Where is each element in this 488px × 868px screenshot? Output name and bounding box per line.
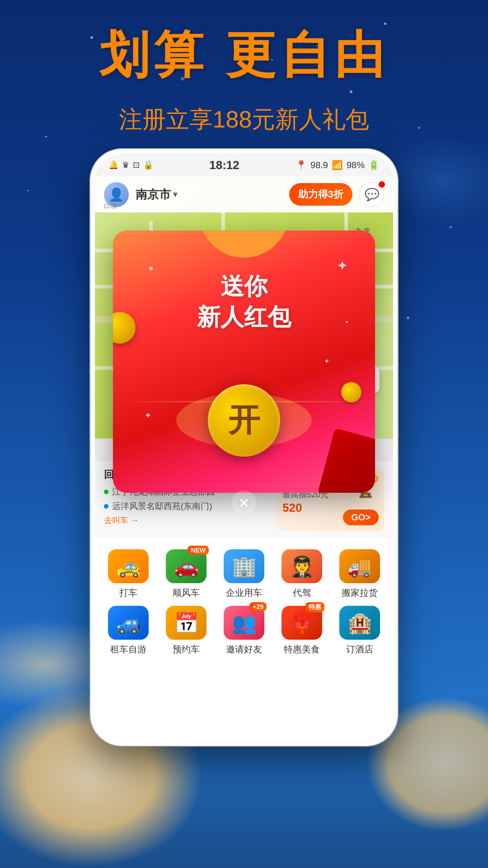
service-row-2: 🚙 租车自游 📅 预约车: [99, 606, 389, 656]
prize-amount: 520: [282, 501, 302, 515]
food-badge: 特惠: [305, 602, 324, 612]
carpool-icon-wrap: 🚗 NEW: [166, 549, 206, 583]
service-row-1: 🚕 打车 🚗 NEW 顺风车: [99, 549, 389, 599]
red-packet-arc: [199, 231, 289, 258]
lock-icon: 🔒: [143, 160, 153, 170]
phone-shell: 🔔 ♛ ⊡ 🔒 18:12 📍 98.9 📶 98% 🔋: [90, 149, 398, 746]
page-subtitle: 注册立享188元新人礼包: [0, 104, 488, 136]
signal-text: 98.9: [310, 160, 328, 170]
service-driver[interactable]: 🧑‍✈️ 代驾: [279, 549, 324, 599]
blue-dot: [104, 504, 108, 509]
move-label: 搬家拉货: [342, 587, 378, 599]
book-icon-wrap: 📅: [166, 606, 206, 640]
move-icon-wrap: 🚚: [339, 549, 380, 583]
background: 划算 更自由 注册立享188元新人礼包 🔔 ♛ ⊡ 🔒 18:12 📍 98.9: [0, 0, 488, 868]
service-food[interactable]: 🦞 特惠 特惠美食: [279, 606, 324, 656]
red-packet-flap: [318, 428, 375, 493]
food-label: 特惠美食: [284, 643, 320, 656]
service-invite[interactable]: 👥 +29 邀请好友: [221, 606, 267, 656]
biz-label: 企业用车: [226, 587, 262, 599]
battery-text: 98%: [347, 160, 365, 170]
phone-mockup: 🔔 ♛ ⊡ 🔒 18:12 📍 98.9 📶 98% 🔋: [90, 149, 398, 746]
invite-label: 邀请好友: [226, 643, 262, 656]
rent-icon-wrap: 🚙: [108, 606, 149, 640]
gold-ball-right: [341, 382, 361, 402]
location-icon: 📍: [296, 160, 307, 170]
book-icon: 📅: [166, 606, 206, 640]
hotel-label: 订酒店: [346, 643, 373, 656]
service-biz[interactable]: 🏢 企业用车: [221, 549, 267, 599]
red-packet-line1: 送你: [113, 271, 375, 302]
move-icon: 🚚: [339, 549, 380, 583]
invite-badge: +29: [249, 602, 267, 611]
page-title: 划算 更自由: [0, 27, 488, 82]
city-selector[interactable]: 南京市 ▾: [136, 187, 177, 203]
book-label: 预约车: [173, 643, 200, 656]
status-left: 🔔 ♛ ⊡ 🔒: [108, 160, 153, 170]
wifi-icon: 📶: [332, 160, 343, 170]
biz-icon-wrap: 🏢: [224, 549, 264, 583]
service-rent[interactable]: 🚙 租车自游: [106, 606, 151, 656]
hotel-icon-wrap: 🏨: [339, 606, 380, 640]
biz-icon: 🏢: [224, 549, 264, 583]
go-button[interactable]: GO>: [343, 509, 379, 525]
dest-item-2: 远洋风景名邸西苑(东南门): [104, 500, 239, 512]
red-packet-card: ✦ ✦ ✦ 送你 新人红包 开: [113, 231, 375, 493]
status-time: 18:12: [209, 158, 239, 172]
hotel-icon: 🏨: [339, 606, 380, 640]
red-packet-line2: 新人红包: [113, 302, 375, 333]
message-button[interactable]: 💬: [359, 182, 384, 207]
service-grid: 🚕 打车 🚗 NEW 顺风车: [95, 540, 393, 667]
taxi-label: 打车: [119, 587, 137, 599]
crown-icon: ♛: [122, 160, 129, 170]
red-packet-title: 送你 新人红包: [113, 271, 375, 332]
driver-icon: 🧑‍✈️: [282, 549, 322, 583]
service-book[interactable]: 📅 预约车: [164, 606, 209, 656]
taxi-icon: 🚕: [108, 549, 149, 583]
service-carpool[interactable]: 🚗 NEW 顺风车: [164, 549, 209, 599]
service-taxi[interactable]: 🚕 打车: [106, 549, 151, 599]
chevron-down-icon: ▾: [173, 189, 177, 199]
invite-icon-wrap: 👥 +29: [224, 606, 264, 640]
green-dot: [104, 490, 108, 494]
status-right: 📍 98.9 📶 98% 🔋: [296, 160, 380, 170]
phone-screen: 🔔 ♛ ⊡ 🔒 18:12 📍 98.9 📶 98% 🔋: [95, 154, 393, 741]
taxi-icon-wrap: 🚕: [108, 549, 149, 583]
notif-icon: 🔔: [108, 160, 118, 170]
status-bar: 🔔 ♛ ⊡ 🔒 18:12 📍 98.9 📶 98% 🔋: [95, 154, 393, 176]
promo-button[interactable]: 助力得3折: [289, 183, 352, 206]
service-move[interactable]: 🚚 搬家拉货: [337, 549, 382, 599]
new-badge: NEW: [188, 546, 209, 555]
rent-icon: 🚙: [108, 606, 149, 640]
map-header: 👤 白领 南京市 ▾ 助力得3折 💬: [95, 176, 393, 212]
rent-label: 租车自游: [110, 643, 146, 656]
screen-icon: ⊡: [133, 160, 140, 170]
go-to-car-link[interactable]: 去叫车 →: [104, 515, 239, 526]
close-popup-button[interactable]: ×: [232, 491, 257, 515]
driver-icon-wrap: 🧑‍✈️: [282, 549, 322, 583]
red-packet-popup[interactable]: ✦ ✦ ✦ 送你 新人红包 开: [113, 231, 375, 493]
driver-label: 代驾: [293, 587, 311, 599]
open-red-packet-button[interactable]: 开: [208, 384, 280, 457]
food-icon-wrap: 🦞 特惠: [282, 606, 322, 640]
notification-dot: [379, 181, 385, 188]
service-hotel[interactable]: 🏨 订酒店: [337, 606, 382, 656]
carpool-label: 顺风车: [173, 587, 200, 599]
battery-icon: 🔋: [368, 160, 380, 170]
city-name: 南京市: [136, 187, 171, 203]
